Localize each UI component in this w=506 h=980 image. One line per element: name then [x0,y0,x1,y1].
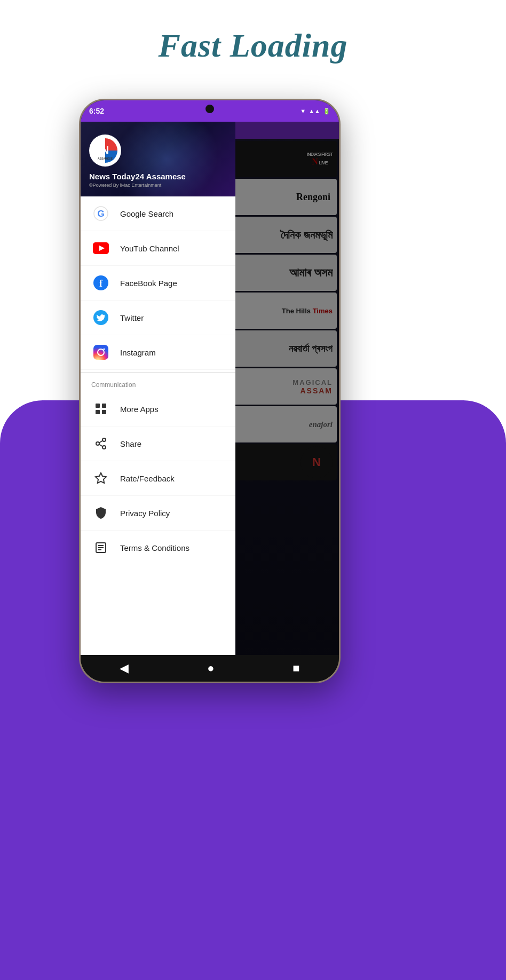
menu-label-more-apps: More Apps [120,405,159,414]
navigation-drawer: N ASSAMESE News Today24 Assamese ©Powere… [81,122,235,655]
menu-divider [81,372,235,373]
more-apps-icon [91,399,110,418]
battery-icon: 🔋 [323,108,330,115]
svg-text:N: N [101,144,109,156]
share-icon [91,434,110,453]
menu-item-twitter[interactable]: Twitter [81,301,235,335]
navigation-bar: ◀ ● ■ [81,655,339,682]
status-time: 6:52 [89,107,104,115]
rate-icon [91,469,110,488]
terms-icon [91,538,110,557]
menu-item-youtube[interactable]: YouTub Channel [81,231,235,266]
svg-marker-22 [96,473,106,483]
status-bar: 6:52 ▼ ▲▲ 🔋 [81,100,339,122]
privacy-icon [91,503,110,523]
twitter-icon [91,308,110,327]
youtube-icon [91,239,110,258]
page-title: Fast Loading [0,27,506,65]
drawer-logo-area: N ASSAMESE News Today24 Assamese ©Powere… [89,135,227,188]
menu-label-google-search: Google Search [120,209,173,218]
menu-label-rate-feedback: Rate/Feedback [120,474,175,483]
drawer-body: G Google Search YouTub Channel [81,196,235,655]
menu-label-terms-conditions: Terms & Conditions [120,543,189,552]
menu-item-google-search[interactable]: G Google Search [81,196,235,231]
menu-item-terms-conditions[interactable]: Terms & Conditions [81,531,235,565]
recent-button[interactable]: ■ [282,657,310,679]
menu-label-facebook: FaceBook Page [120,279,177,288]
svg-text:f: f [99,278,103,289]
google-icon: G [91,204,110,223]
menu-item-more-apps[interactable]: More Apps [81,392,235,426]
svg-rect-14 [102,404,106,408]
svg-line-21 [99,441,103,443]
signal-icon: ▲▲ [309,108,320,114]
phone-frame: 6:52 ▼ ▲▲ 🔋 NEWS INDIA'S FIRST N LIVE [79,99,341,683]
menu-section-communication: Communication [81,375,235,392]
facebook-icon: f [91,273,110,293]
svg-rect-13 [96,404,100,408]
camera-notch [205,105,214,113]
svg-rect-15 [96,410,100,414]
back-button[interactable]: ◀ [109,657,139,679]
menu-item-facebook[interactable]: f FaceBook Page [81,266,235,301]
svg-rect-16 [102,410,106,414]
drawer-header: N ASSAMESE News Today24 Assamese ©Powere… [81,122,235,196]
menu-label-youtube: YouTub Channel [120,244,179,253]
menu-item-rate-feedback[interactable]: Rate/Feedback [81,461,235,496]
svg-rect-10 [93,345,108,360]
drawer-app-name: News Today24 Assamese [89,172,227,181]
drawer-shadow[interactable] [235,122,339,655]
svg-point-17 [102,438,106,441]
svg-line-20 [99,445,103,447]
menu-item-privacy-policy[interactable]: Privacy Policy [81,496,235,531]
menu-item-share[interactable]: Share [81,426,235,461]
svg-point-12 [104,349,105,350]
svg-point-19 [102,446,106,449]
drawer-app-subtitle: ©Powered By iMac Entertainment [89,183,227,188]
menu-label-privacy-policy: Privacy Policy [120,509,170,518]
menu-label-twitter: Twitter [120,313,144,322]
svg-point-18 [96,442,99,445]
drawer-logo: N ASSAMESE [89,135,121,167]
home-button[interactable]: ● [196,657,225,679]
instagram-icon [91,343,110,362]
menu-label-instagram: Instagram [120,348,156,357]
wifi-icon: ▼ [300,108,306,114]
phone-screen: NEWS INDIA'S FIRST N LIVE Rengoni [81,122,339,655]
svg-text:G: G [97,209,104,219]
menu-label-share: Share [120,439,141,448]
menu-item-instagram[interactable]: Instagram [81,335,235,370]
status-icons: ▼ ▲▲ 🔋 [300,108,330,115]
svg-text:ASSAMESE: ASSAMESE [98,157,113,160]
